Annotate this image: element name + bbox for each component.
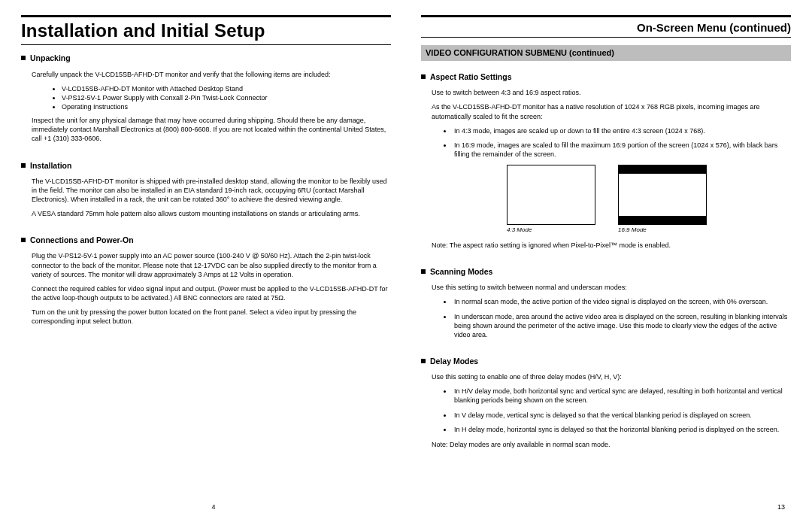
diagram-4-3-box <box>507 165 595 225</box>
delay-note: Note: Delay modes are only available in … <box>432 440 791 449</box>
diagram-4-3: 4:3 Mode <box>507 165 595 235</box>
section-scanning: Scanning Modes Use this setting to switc… <box>421 266 791 339</box>
rule-top-right <box>421 15 791 17</box>
delay-body: Use this setting to enable one of three … <box>421 372 791 449</box>
unpacking-item: V-PS12-5V-1 Power Supply with Conxall 2-… <box>62 93 391 102</box>
scanning-bullets: In normal scan mode, the active portion … <box>432 297 791 339</box>
left-page: Installation and Initial Setup Unpacking… <box>21 15 391 466</box>
connections-p3: Turn on the unit by pressing the power b… <box>32 308 391 326</box>
connections-body: Plug the V-PS12-5V-1 power supply into a… <box>21 251 391 326</box>
installation-p2: A VESA standard 75mm hole pattern also a… <box>32 209 391 218</box>
section-unpacking: Unpacking Carefully unpack the V-LCD15SB… <box>21 53 391 143</box>
left-title: Installation and Initial Setup <box>21 19 391 43</box>
heading-delay: Delay Modes <box>421 356 791 366</box>
square-bullet-icon <box>21 56 26 60</box>
heading-installation: Installation <box>21 160 391 171</box>
delay-b1: In H/V delay mode, both horizontal sync … <box>453 387 791 405</box>
heading-connections: Connections and Power-On <box>21 235 391 245</box>
scanning-b2: In underscan mode, area around the activ… <box>453 312 791 339</box>
diagram-16-9-caption: 16:9 Mode <box>618 226 707 235</box>
scanning-b1: In normal scan mode, the active portion … <box>453 297 791 306</box>
aspect-b2: In 16:9 mode, images are scaled to fill … <box>453 141 791 159</box>
delay-b2: In V delay mode, vertical sync is delaye… <box>453 411 791 420</box>
unpacking-item: Operating Instructions <box>62 102 391 111</box>
square-bullet-icon <box>421 359 426 363</box>
rule-top-left <box>21 15 391 17</box>
square-bullet-icon <box>421 74 426 79</box>
square-bullet-icon <box>21 163 26 168</box>
delay-p1: Use this setting to enable one of three … <box>432 372 791 381</box>
rule-under-title-left <box>21 44 391 45</box>
aspect-p1: Use to switch between 4:3 and 16:9 aspec… <box>432 88 791 97</box>
diagram-4-3-caption: 4:3 Mode <box>507 226 595 235</box>
aspect-note: Note: The aspect ratio setting is ignore… <box>432 241 791 250</box>
section-connections: Connections and Power-On Plug the V-PS12… <box>21 235 391 326</box>
unpacking-damage: Inspect the unit for any physical damage… <box>32 116 391 143</box>
right-title: On-Screen Menu (continued) <box>421 20 791 35</box>
installation-body: The V-LCD15SB-AFHD-DT monitor is shipped… <box>21 177 391 219</box>
installation-p1: The V-LCD15SB-AFHD-DT monitor is shipped… <box>32 177 391 204</box>
subheader-bar: VIDEO CONFIGURATION SUBMENU (continued) <box>421 45 791 61</box>
right-page: On-Screen Menu (continued) VIDEO CONFIGU… <box>421 15 791 466</box>
connections-p1: Plug the V-PS12-5V-1 power supply into a… <box>32 251 391 278</box>
section-delay: Delay Modes Use this setting to enable o… <box>421 356 791 449</box>
heading-connections-text: Connections and Power-On <box>30 235 134 245</box>
aspect-bullets: In 4:3 mode, images are scaled up or dow… <box>432 126 791 159</box>
delay-b3: In H delay mode, horizontal sync is dela… <box>453 425 791 434</box>
heading-scanning-text: Scanning Modes <box>430 266 492 277</box>
scanning-p1: Use this setting to switch between norma… <box>432 283 791 292</box>
heading-delay-text: Delay Modes <box>430 356 478 366</box>
square-bullet-icon <box>21 238 26 242</box>
pagenum-right: 13 <box>406 502 791 511</box>
heading-aspect-text: Aspect Ratio Settings <box>430 71 512 82</box>
section-installation: Installation The V-LCD15SB-AFHD-DT monit… <box>21 160 391 219</box>
unpacking-intro: Carefully unpack the V-LCD15SB-AFHD-DT m… <box>32 70 391 79</box>
delay-bullets: In H/V delay mode, both horizontal sync … <box>432 387 791 434</box>
aspect-b1: In 4:3 mode, images are scaled up or dow… <box>453 126 791 135</box>
heading-installation-text: Installation <box>30 160 71 171</box>
unpacking-body: Carefully unpack the V-LCD15SB-AFHD-DT m… <box>21 70 391 144</box>
section-aspect: Aspect Ratio Settings Use to switch betw… <box>421 71 791 250</box>
heading-aspect: Aspect Ratio Settings <box>421 71 791 82</box>
rule-under-title-right <box>421 37 791 38</box>
page-footer: 4 13 <box>0 502 812 511</box>
aspect-body: Use to switch between 4:3 and 16:9 aspec… <box>421 88 791 250</box>
connections-p2: Connect the required cables for video si… <box>32 284 391 302</box>
heading-unpacking: Unpacking <box>21 53 391 63</box>
unpacking-item: V-LCD15SB-AFHD-DT Monitor with Attached … <box>62 84 391 93</box>
diagram-16-9: 16:9 Mode <box>618 165 707 235</box>
heading-unpacking-text: Unpacking <box>30 53 71 63</box>
heading-scanning: Scanning Modes <box>421 266 791 277</box>
diagram-16-9-box <box>618 165 707 225</box>
pagenum-left: 4 <box>21 502 406 511</box>
scanning-body: Use this setting to switch between norma… <box>421 283 791 339</box>
aspect-p2: As the V-LCD15SB-AFHD-DT monitor has a n… <box>432 102 791 120</box>
square-bullet-icon <box>421 269 426 274</box>
diagram-16-9-inner <box>619 174 706 216</box>
aspect-diagram-row: 4:3 Mode 16:9 Mode <box>507 165 791 235</box>
unpacking-items-list: V-LCD15SB-AFHD-DT Monitor with Attached … <box>32 84 391 111</box>
